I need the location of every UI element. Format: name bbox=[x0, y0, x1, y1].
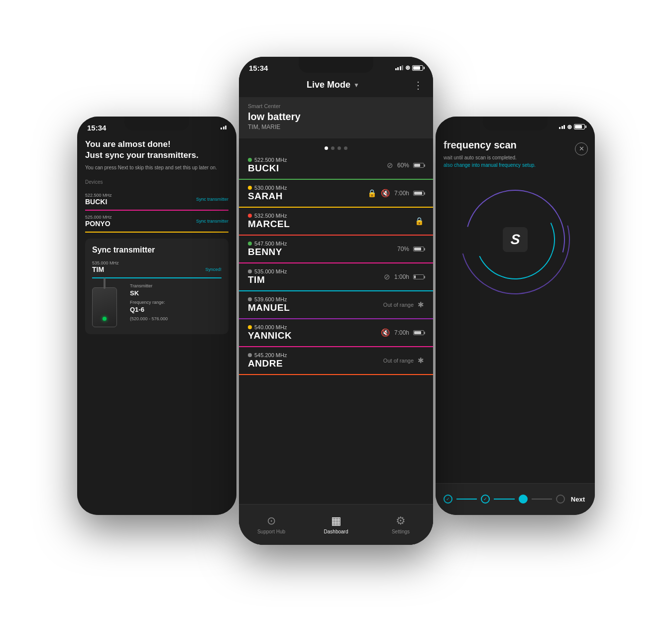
sync-tim-freq: 535.000 MHz bbox=[92, 260, 222, 265]
lock-icon-sarah: 🔒 bbox=[367, 189, 377, 198]
left-content: You are almost done!Just sync your trans… bbox=[77, 135, 236, 338]
step-progress: ✓ ✓ Next bbox=[436, 483, 595, 515]
channel-manuel[interactable]: 539.600 MHz MANUEL Out of range ✱ bbox=[239, 291, 433, 319]
device-row-bucki: 522.500 MHz BUCKI Sync transmitter bbox=[85, 189, 228, 211]
battery-icon bbox=[412, 65, 423, 71]
step-1-check: ✓ bbox=[446, 497, 450, 502]
device-freq-ponyo: 525.000 MHz bbox=[85, 215, 112, 220]
right-phone-notch bbox=[483, 117, 548, 130]
live-mode-title: Live Mode bbox=[307, 80, 350, 90]
mute-icon-yannick: 🔇 bbox=[381, 328, 390, 337]
freq-scan-desc: wait until auto scan is completed. also … bbox=[444, 154, 587, 169]
more-options-icon[interactable]: ⋮ bbox=[413, 79, 423, 91]
transmitter-details: Transmitter SK Frequency range: Q1-6 (52… bbox=[130, 283, 168, 322]
step-4 bbox=[556, 495, 565, 504]
step-line-1 bbox=[456, 499, 477, 500]
sync-device-tim: 535.000 MHz TIM Synced! bbox=[92, 260, 222, 278]
transmitter-type-label: Transmitter bbox=[130, 283, 168, 288]
freq-range-label: Frequency range: bbox=[130, 300, 168, 305]
synced-label: Synced! bbox=[205, 267, 222, 272]
transmitter-visual bbox=[92, 283, 122, 327]
scan-visual: S bbox=[455, 180, 575, 299]
dot-3 bbox=[337, 146, 341, 150]
dot-1 bbox=[325, 146, 328, 150]
center-phone-notch bbox=[299, 57, 373, 73]
channel-marcel[interactable]: 532.500 MHz MARCEL 🔒 bbox=[239, 208, 433, 236]
center-phone: 15:34 ⊛ x Live Mode ▼ bbox=[239, 57, 433, 545]
left-phone: 15:34 You are almost done!Just sync your… bbox=[77, 117, 236, 515]
transmitter-info: Transmitter SK Frequency range: Q1-6 (52… bbox=[92, 283, 222, 327]
support-hub-label: Support Hub bbox=[257, 529, 285, 534]
sync-btn-bucki[interactable]: Sync transmitter bbox=[196, 197, 228, 202]
right-wifi-icon: ⊛ bbox=[567, 124, 572, 130]
bottom-nav: ⊙ Support Hub ▦ Dashboard ⚙ Settings bbox=[239, 504, 433, 545]
freq-range-sub: (520.000 - 576.000 bbox=[130, 316, 168, 321]
next-button[interactable]: Next bbox=[569, 496, 587, 503]
transmitter-type-val: SK bbox=[130, 289, 168, 297]
s-logo-icon: S bbox=[510, 232, 520, 248]
dashboard-icon: ▦ bbox=[331, 514, 341, 527]
out-of-range-andre: Out of range bbox=[383, 358, 414, 364]
channel-benny[interactable]: 547.500 MHz BENNY 70% bbox=[239, 236, 433, 263]
mute-icon-sarah: 🔇 bbox=[381, 189, 390, 198]
dots-row bbox=[239, 142, 433, 152]
right-signal-icon bbox=[559, 125, 565, 129]
nav-support-hub[interactable]: ⊙ Support Hub bbox=[239, 514, 304, 534]
bluetooth-icon-manuel: ✱ bbox=[418, 300, 424, 309]
left-status-icons bbox=[221, 126, 226, 129]
freq-scan-link[interactable]: also change into manual frequency setup. bbox=[444, 162, 536, 168]
nav-settings[interactable]: ⚙ Settings bbox=[368, 514, 433, 534]
dot-4 bbox=[344, 146, 347, 150]
device-freq-bucki: 522.500 MHz bbox=[85, 193, 112, 198]
sk-device bbox=[92, 287, 117, 327]
sync-modal: Sync transmitter 535.000 MHz TIM Synced! bbox=[85, 239, 228, 334]
scene: 15:34 You are almost done!Just sync your… bbox=[62, 32, 610, 605]
channel-tim[interactable]: 535.000 MHz TIM ⊘ 1:00h bbox=[239, 263, 433, 291]
channel-yannick[interactable]: 540.000 MHz YANNICK 🔇 7:00h bbox=[239, 319, 433, 347]
freq-scan-content: frequency scan wait until auto scan is c… bbox=[436, 133, 595, 175]
step-1: ✓ bbox=[444, 495, 452, 504]
title-group[interactable]: Live Mode ▼ bbox=[307, 80, 359, 90]
step-line-3 bbox=[532, 499, 552, 500]
center-header: x Live Mode ▼ ⋮ bbox=[239, 75, 433, 97]
freq-range-val: Q1-6 bbox=[130, 306, 168, 313]
device-row-ponyo: 525.000 MHz PONYO Sync transmitter bbox=[85, 211, 228, 233]
bluetooth-icon-andre: ✱ bbox=[418, 356, 424, 365]
sync-modal-title: Sync transmitter bbox=[92, 246, 222, 254]
out-of-range-manuel: Out of range bbox=[383, 302, 414, 308]
left-time: 15:34 bbox=[87, 124, 106, 132]
lock-icon-marcel: 🔒 bbox=[415, 217, 424, 226]
close-button[interactable]: ✕ bbox=[575, 142, 588, 155]
left-phone-notch bbox=[124, 117, 189, 130]
center-time: 15:34 bbox=[249, 64, 268, 72]
smart-center-banner: Smart Center low battery TIM, MARIE bbox=[239, 97, 433, 138]
channel-sarah[interactable]: 530.000 MHz SARAH 🔒 🔇 7:00h bbox=[239, 180, 433, 208]
dashboard-label: Dashboard bbox=[324, 529, 348, 534]
channel-andre[interactable]: 545.200 MHz ANDRE Out of range ✱ bbox=[239, 347, 433, 375]
step-2: ✓ bbox=[481, 495, 490, 504]
sennheiser-logo: S bbox=[503, 227, 528, 252]
wifi-icon: ⊛ bbox=[405, 64, 410, 71]
smart-center-sub: TIM, MARIE bbox=[248, 124, 424, 130]
mute-icon-tim: ⊘ bbox=[384, 272, 390, 281]
left-subtitle: You can press Next to skip this step and… bbox=[85, 164, 228, 171]
right-battery-fill bbox=[575, 125, 582, 128]
right-battery-icon bbox=[574, 124, 585, 129]
support-hub-icon: ⊙ bbox=[267, 514, 276, 527]
sync-btn-ponyo[interactable]: Sync transmitter bbox=[196, 219, 228, 224]
dot-2 bbox=[331, 146, 335, 150]
mute-icon-bucki: ⊘ bbox=[387, 161, 393, 170]
left-signal-icon bbox=[221, 126, 226, 129]
device-name-bucki: BUCKI bbox=[85, 198, 112, 206]
battery-fill bbox=[413, 66, 420, 70]
step-3 bbox=[519, 495, 528, 504]
device-led bbox=[103, 317, 107, 321]
channel-bucki[interactable]: 522.500 MHz BUCKI ⊘ 60% bbox=[239, 152, 433, 180]
devices-label: Devices bbox=[85, 179, 228, 185]
nav-dashboard[interactable]: ▦ Dashboard bbox=[304, 514, 368, 534]
freq-scan-title: frequency scan bbox=[444, 139, 587, 151]
smart-center-title: low battery bbox=[248, 111, 424, 123]
settings-icon: ⚙ bbox=[396, 514, 406, 527]
dropdown-arrow-icon: ▼ bbox=[353, 82, 359, 89]
right-phone: ⊛ ✕ frequency scan wait until auto scan … bbox=[436, 117, 595, 515]
